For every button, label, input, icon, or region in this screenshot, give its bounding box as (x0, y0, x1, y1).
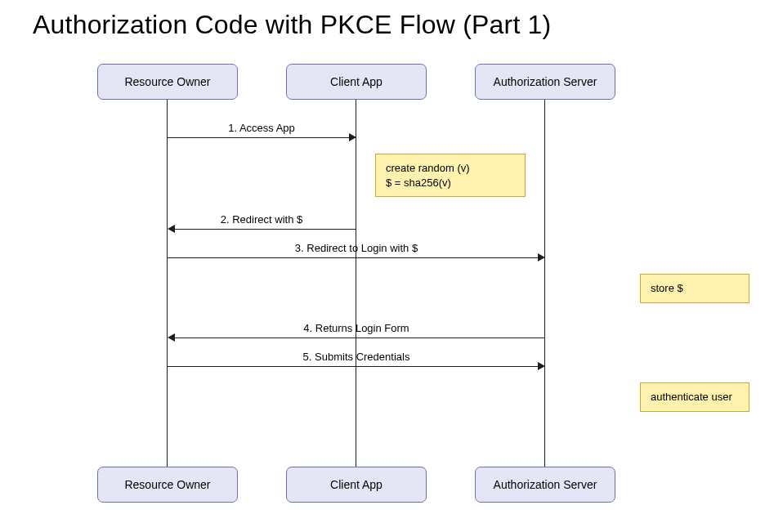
message-arrow (173, 338, 545, 338)
arrowhead-right-icon (538, 253, 545, 262)
actor-label: Client App (330, 75, 383, 88)
arrowhead-right-icon (538, 362, 545, 370)
message-arrow (168, 137, 351, 138)
message-arrow (168, 257, 539, 258)
note-store: store $ (640, 274, 749, 303)
arrowhead-right-icon (349, 133, 356, 141)
message-label: 2. Redirect with $ (221, 213, 302, 226)
lifeline-client-app (356, 100, 356, 467)
actor-resource-owner-bottom: Resource Owner (97, 467, 238, 503)
actor-label: Client App (330, 478, 383, 491)
arrowhead-left-icon (168, 225, 175, 233)
note-authenticate-user: authenticate user (640, 382, 749, 412)
message-label: 5. Submits Credentials (303, 351, 410, 363)
message-label: 1. Access App (228, 122, 295, 134)
message-label: 3. Redirect to Login with $ (295, 242, 418, 254)
note-create-random: create random (v) $ = sha256(v) (375, 154, 526, 197)
message-arrow (173, 229, 356, 230)
message-label: 4. Returns Login Form (303, 322, 409, 334)
actor-auth-server-bottom: Authorization Server (475, 467, 615, 503)
actor-client-app-bottom: Client App (286, 467, 427, 503)
actor-label: Authorization Server (494, 478, 597, 491)
actor-label: Resource Owner (124, 75, 210, 88)
arrowhead-left-icon (168, 333, 175, 342)
sequence-diagram: Authorization Code with PKCE Flow (Part … (0, 0, 774, 532)
actor-auth-server-top: Authorization Server (475, 64, 615, 100)
message-arrow (168, 366, 539, 367)
diagram-title: Authorization Code with PKCE Flow (Part … (33, 10, 551, 40)
lifeline-resource-owner (167, 100, 168, 467)
actor-client-app-top: Client App (286, 64, 427, 100)
lifeline-auth-server (544, 100, 545, 467)
actor-resource-owner-top: Resource Owner (97, 64, 238, 100)
actor-label: Authorization Server (494, 75, 597, 88)
actor-label: Resource Owner (124, 478, 210, 491)
